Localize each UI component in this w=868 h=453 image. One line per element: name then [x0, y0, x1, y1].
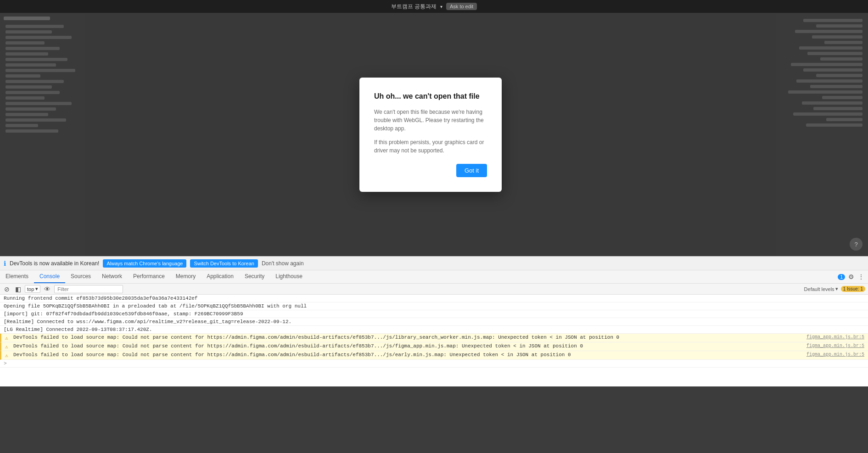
- more-options-button[interactable]: ⋮: [857, 273, 865, 281]
- log-line: [LG Realtime] Connected 2022-09-13T08:37…: [0, 326, 868, 334]
- sidebar-item: [807, 52, 862, 55]
- sidebar-item: [810, 85, 862, 88]
- log-text: Running frontend commit ef853b73d95b30e2…: [4, 296, 864, 301]
- sidebar-item: [793, 112, 862, 116]
- top-label: top: [27, 286, 34, 292]
- sidebar-item: [6, 47, 60, 50]
- sidebar-item: [826, 118, 862, 121]
- warning-icon: ⚠: [5, 344, 11, 350]
- modal-title: Uh oh... we can't open that file: [374, 92, 487, 101]
- sidebar-item: [6, 118, 66, 122]
- settings-icon-button[interactable]: ⚙: [847, 273, 855, 281]
- notification-text: DevTools is now available in Korean!: [10, 260, 99, 267]
- log-source-link[interactable]: figma_app.min.js.br:5: [803, 352, 864, 357]
- log-text: [Realtime] Connected to wss://www.figma.…: [4, 319, 864, 324]
- warning-icon: ⚠: [5, 352, 11, 358]
- log-line: Opening file 5OPKqBZ1QQfSbB5BAhh0BI in a…: [0, 302, 868, 310]
- always-match-language-button[interactable]: Always match Chrome's language: [103, 259, 186, 268]
- sidebar-item: [6, 30, 52, 34]
- sidebar-item: [812, 35, 862, 39]
- log-source-link[interactable]: figma_app.min.js.br:5: [803, 343, 864, 348]
- chevron-down-icon: ▾: [440, 4, 442, 9]
- sidebar-item: [816, 24, 862, 28]
- top-bar: 부트캠프 공통과제 ▾ Ask to edit: [0, 0, 868, 13]
- dropdown-chevron-icon: ▾: [35, 286, 38, 292]
- sidebar-item: [803, 19, 862, 22]
- top-context-dropdown[interactable]: top ▾: [25, 285, 40, 293]
- devtools-tab-network[interactable]: Network: [96, 270, 128, 283]
- sidebar-item: [813, 107, 862, 110]
- log-text: DevTools failed to load source map: Coul…: [13, 343, 800, 349]
- devtools-tab-security[interactable]: Security: [239, 270, 270, 283]
- log-text: DevTools failed to load source map: Coul…: [13, 352, 800, 358]
- sidebar-item: [795, 30, 862, 33]
- sidebar-item: [806, 123, 862, 127]
- console-log-area[interactable]: Running frontend commit ef853b73d95b30e2…: [0, 295, 868, 386]
- issues-badge: 1 Issue: 1: [841, 286, 865, 292]
- log-source-link[interactable]: figma_app.min.js.br:5: [803, 335, 864, 340]
- sidebar-item: [816, 74, 862, 77]
- log-line: ⚠DevTools failed to load source map: Cou…: [0, 334, 868, 342]
- sidebar-item: [6, 129, 58, 133]
- sidebar-item: [6, 113, 48, 116]
- sidebar-item: [6, 41, 45, 45]
- switch-devtools-language-button[interactable]: Switch DevTools to Korean: [190, 259, 258, 268]
- sidebar-item: [6, 85, 52, 89]
- help-button[interactable]: ?: [850, 238, 862, 251]
- log-line: >: [0, 360, 868, 368]
- sidebar-item: [6, 52, 48, 56]
- devtools-tab-lighthouse[interactable]: Lighthouse: [270, 270, 308, 283]
- sidebar-item: [6, 91, 60, 94]
- log-text: DevTools failed to load source map: Coul…: [13, 335, 800, 340]
- log-text: [import] git: 07f82f4f70dbdadfb9dd1039ce…: [4, 311, 864, 317]
- sidebar-item: [802, 101, 862, 105]
- devtools-tab-sources[interactable]: Sources: [65, 270, 96, 283]
- sidebar-item: [822, 96, 862, 99]
- devtools-tab-performance[interactable]: Performance: [128, 270, 170, 283]
- sidebar-item: [6, 96, 45, 100]
- devtools-tab-memory[interactable]: Memory: [170, 270, 201, 283]
- devtools-notification-bar: ℹ DevTools is now available in Korean! A…: [0, 256, 868, 270]
- sidebar-item: [788, 90, 862, 94]
- sidebar-item: [6, 69, 75, 72]
- default-levels-label: Default levels: [804, 286, 834, 292]
- devtools-tabs-right: 1 ⚙ ⋮: [838, 270, 868, 283]
- default-levels-chevron-icon: ▾: [835, 286, 838, 292]
- devtools-tab-elements[interactable]: Elements: [0, 270, 34, 283]
- log-line: ⚠DevTools failed to load source map: Cou…: [0, 351, 868, 360]
- dont-show-again-link[interactable]: Don't show again: [262, 260, 304, 267]
- devtools-tabs-bar: ElementsConsoleSourcesNetworkPerformance…: [0, 270, 868, 284]
- log-text: Opening file 5OPKqBZ1QQfSbB5BAhh0BI in a…: [4, 303, 864, 309]
- clear-console-button[interactable]: ⊘: [3, 285, 11, 293]
- log-line: [import] git: 07f82f4f70dbdadfb9dd1039ce…: [0, 310, 868, 318]
- sidebar-item: [799, 46, 862, 50]
- sidebar-item: [824, 41, 862, 44]
- devtools-toolbar: ⊘ ◧ top ▾ 👁 Default levels ▾ 1 Issue: 1: [0, 284, 868, 295]
- collapse-button[interactable]: ◧: [14, 285, 22, 293]
- sidebar-item: [6, 25, 64, 28]
- default-levels-button[interactable]: Default levels ▾: [804, 286, 838, 292]
- log-text: >: [4, 361, 864, 366]
- modal-body-1: We can't open this file because we're ha…: [374, 108, 487, 133]
- sidebar-item: [6, 107, 56, 111]
- devtools-tab-application[interactable]: Application: [201, 270, 239, 283]
- right-sidebar: [776, 13, 868, 256]
- devtools-count-badge: 1: [838, 274, 845, 280]
- top-bar-title: 부트캠프 공통과제: [391, 3, 437, 11]
- got-it-button[interactable]: Got it: [456, 164, 487, 177]
- issues-label: 1 Issue:: [843, 286, 859, 291]
- sidebar-item: [6, 124, 38, 127]
- sidebar-item: [6, 63, 56, 67]
- log-text: [LG Realtime] Connected 2022-09-13T08:37…: [4, 327, 864, 332]
- log-line: [Realtime] Connected to wss://www.figma.…: [0, 318, 868, 326]
- error-modal: Uh oh... we can't open that file We can'…: [359, 78, 502, 192]
- eye-icon-button[interactable]: 👁: [43, 285, 51, 293]
- warning-icon: ⚠: [5, 335, 11, 341]
- sidebar-item: [791, 63, 862, 66]
- ask-to-edit-button[interactable]: Ask to edit: [446, 3, 477, 10]
- devtools-tab-console[interactable]: Console: [34, 270, 65, 283]
- filter-input[interactable]: [54, 285, 123, 293]
- sidebar-item: [6, 58, 67, 61]
- log-line: Running frontend commit ef853b73d95b30e2…: [0, 295, 868, 302]
- tabs-container: ElementsConsoleSourcesNetworkPerformance…: [0, 270, 308, 283]
